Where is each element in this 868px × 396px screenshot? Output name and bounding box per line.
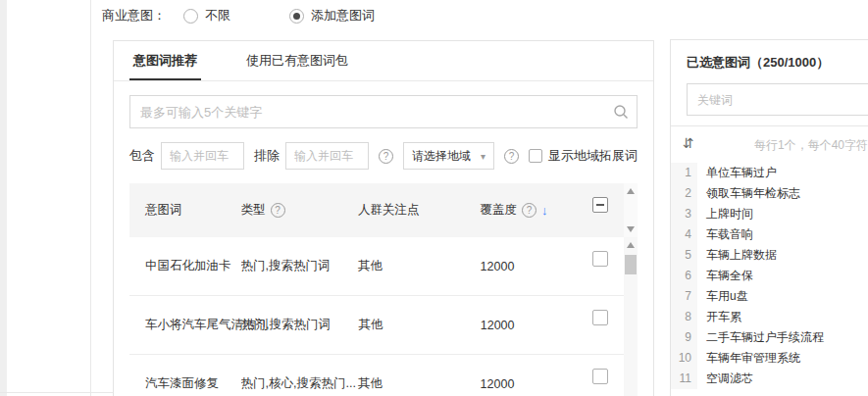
cell-coverage: 12000	[481, 377, 565, 391]
cell-word: 中国石化加油卡	[129, 258, 241, 274]
line-number: 9	[671, 327, 697, 348]
radio-icon[interactable]	[183, 9, 198, 24]
radio-option-add-intent-words[interactable]: 添加意图词	[289, 7, 375, 25]
sort-descending-icon[interactable]: ↓	[541, 203, 548, 218]
include-input[interactable]	[161, 142, 244, 170]
list-item: 6 车辆全保	[671, 266, 868, 286]
tab-intent-word-recommend[interactable]: 意图词推荐	[129, 41, 201, 80]
select-all-cell	[564, 183, 622, 213]
help-icon[interactable]: ?	[504, 149, 519, 164]
scroll-up-icon[interactable]	[627, 242, 635, 248]
list-item: 11 空调滤芯	[671, 369, 868, 389]
line-number: 1	[671, 163, 697, 183]
table-body: 中国石化加油卡 热门,搜索热门词 其他 12000 车小将汽车尾气清洁剂 热门,…	[129, 237, 638, 396]
selected-word: 车辆全保	[697, 266, 753, 286]
line-number: 11	[671, 369, 697, 389]
list-toolbar: ⇵ 每行1个，每个40字符内	[671, 126, 868, 163]
show-region-expansion-checkbox[interactable]	[529, 149, 542, 163]
line-number: 10	[671, 348, 697, 369]
selected-intent-words-panel: 已选意图词（250/1000） ⇵ 每行1个，每个40字符内 1 单位车辆过户 …	[670, 39, 868, 396]
keyword-search-input[interactable]	[129, 95, 638, 128]
list-item: 10 车辆年审管理系统	[671, 348, 868, 369]
exclude-input[interactable]	[285, 142, 369, 170]
list-item: 2 领取车辆年检标志	[671, 183, 868, 204]
selected-words-title: 已选意图词（250/1000）	[687, 54, 868, 72]
selected-word: 车用u盘	[697, 286, 748, 307]
scroll-down-icon[interactable]	[627, 226, 635, 232]
selected-word: 空调滤芯	[697, 369, 753, 389]
region-select[interactable]: 请选择地域 ▾	[403, 142, 494, 170]
cell-type: 热门,搜索热门词	[241, 317, 358, 333]
line-number: 4	[671, 224, 697, 245]
list-item: 9 二手车辆过户手续流程	[671, 327, 868, 348]
cell-focus: 其他	[358, 258, 480, 274]
tab-existing-intent-word-package[interactable]: 使用已有意图词包	[242, 41, 352, 80]
table-row: 汽车漆面修复 热门,核心,搜索热门... 其他 12000	[129, 355, 638, 396]
exclude-label: 排除	[254, 147, 280, 165]
intent-word-recommend-panel: 意图词推荐 使用已有意图词包 包含 排除 ? 请选择地域 ▾ ? 显示地域拓展词	[113, 40, 654, 396]
list-item: 7 车用u盘	[671, 286, 868, 307]
table-scrollbar[interactable]	[624, 237, 638, 396]
column-header-word: 意图词	[129, 202, 241, 219]
cell-coverage: 12000	[481, 260, 565, 273]
sort-icon[interactable]: ⇵	[683, 135, 694, 151]
row-checkbox[interactable]	[592, 251, 608, 267]
radio-checked-icon[interactable]	[289, 9, 304, 24]
list-item: 1 单位车辆过户	[671, 163, 868, 183]
line-number: 5	[671, 245, 697, 266]
selected-word: 开车累	[697, 307, 741, 327]
select-all-checkbox[interactable]	[592, 197, 608, 213]
scroll-up-icon[interactable]	[627, 188, 635, 194]
column-header-type-label: 类型	[241, 202, 266, 219]
selected-word-list[interactable]: 1 单位车辆过户 2 领取车辆年检标志 3 上牌时间 4 车载音响 5 车辆	[671, 163, 868, 389]
selected-word: 二手车辆过户手续流程	[697, 327, 824, 348]
cell-type: 热门,搜索热门词	[241, 258, 359, 274]
list-item: 3 上牌时间	[671, 204, 868, 224]
header-scrollbar-track[interactable]	[624, 183, 638, 237]
help-icon[interactable]: ?	[271, 203, 285, 218]
radio-label: 添加意图词	[311, 7, 375, 25]
selected-word: 上牌时间	[697, 204, 753, 224]
selected-words-search-input[interactable]	[687, 83, 868, 116]
selected-words-search-box	[687, 83, 868, 116]
table-row: 中国石化加油卡 热门,搜索热门词 其他 12000	[129, 237, 638, 296]
selected-words-list-box: ⇵ 每行1个，每个40字符内 1 单位车辆过户 2 领取车辆年检标志 3 上牌时…	[671, 125, 868, 389]
cell-coverage: 12000	[481, 319, 565, 332]
header-scrollbar	[622, 183, 638, 237]
line-number: 7	[671, 286, 697, 307]
scrollbar-thumb[interactable]	[625, 255, 637, 274]
help-icon[interactable]: ?	[522, 203, 536, 218]
column-header-coverage: 覆盖度 ? ↓	[481, 202, 565, 219]
search-icon	[613, 104, 629, 120]
cell-type: 热门,核心,搜索热门...	[241, 375, 359, 392]
show-region-expansion-label: 显示地域拓展词	[548, 147, 638, 165]
selected-word: 车辆年审管理系统	[697, 348, 800, 369]
column-header-coverage-label: 覆盖度	[481, 202, 518, 219]
cell-focus: 其他	[358, 375, 480, 392]
keyword-search-box	[129, 95, 638, 128]
list-hint: 每行1个，每个40字符内	[754, 137, 868, 154]
row-checkbox[interactable]	[592, 369, 608, 384]
selected-word: 车载音响	[697, 224, 753, 245]
row-checkbox-cell	[564, 355, 622, 384]
list-item: 5 车辆上牌数据	[671, 245, 868, 266]
tabs-row: 意图词推荐 使用已有意图词包	[114, 41, 653, 81]
row-checkbox-cell	[564, 296, 622, 325]
region-select-value: 请选择地域	[412, 148, 471, 165]
table-row: 车小将汽车尾气清洁剂 热门,搜索热门词 其他 12000	[129, 296, 638, 355]
selected-word: 单位车辆过户	[697, 163, 777, 183]
chevron-down-icon: ▾	[481, 151, 485, 162]
content-left-divider	[90, 0, 91, 396]
column-header-type: 类型 ?	[241, 202, 359, 219]
commercial-intent-row: 商业意图： 不限 添加意图词	[102, 7, 375, 25]
radio-option-unlimited[interactable]: 不限	[183, 7, 230, 25]
cell-word: 汽车漆面修复	[129, 375, 241, 392]
radio-label: 不限	[205, 7, 230, 25]
help-icon[interactable]: ?	[379, 149, 393, 164]
list-item: 4 车载音响	[671, 224, 868, 245]
bottom-left-divider	[0, 392, 113, 393]
commercial-intent-label: 商业意图：	[102, 7, 166, 25]
list-item: 8 开车累	[671, 307, 868, 327]
row-checkbox[interactable]	[592, 310, 608, 325]
row-checkbox-cell	[564, 237, 622, 267]
